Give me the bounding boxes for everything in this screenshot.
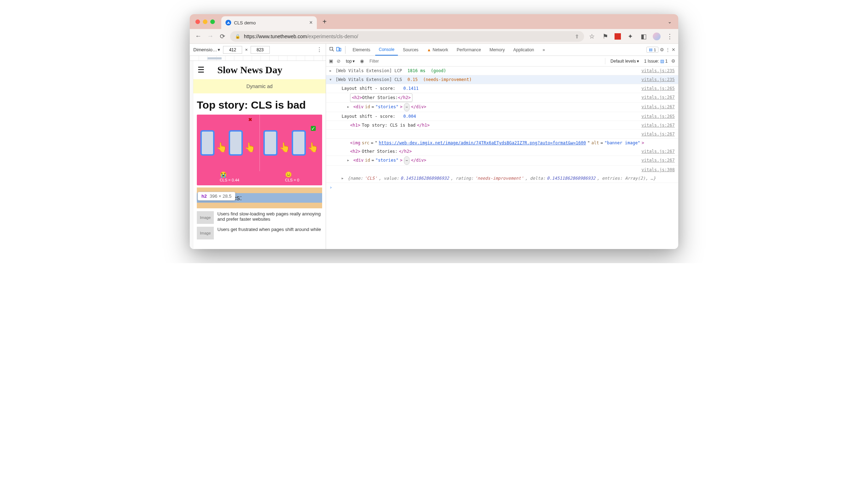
log-entry[interactable]: ▼[Web Vitals Extension] CLS 0.15 (needs-… [326, 75, 678, 84]
svg-rect-1 [337, 47, 339, 51]
lock-icon: 🔒 [235, 34, 240, 39]
source-link[interactable]: vitals.js:267 [639, 121, 675, 129]
svg-rect-2 [339, 48, 341, 51]
tab-close-icon[interactable]: × [309, 19, 313, 26]
log-entry[interactable]: <img src="https://web-dev.imgix.net/imag… [326, 139, 678, 147]
story-text: Users get frustrated when pages shift ar… [217, 227, 321, 239]
back-button[interactable]: ← [194, 32, 202, 41]
source-link[interactable]: vitals.js:235 [639, 67, 675, 75]
banner-right: 👆👆 ✓ [260, 115, 322, 171]
headline: Top story: CLS is bad [193, 93, 326, 115]
log-entry[interactable]: <h2>Other Stories:</h2> vitals.js:267 [326, 147, 678, 156]
log-entry[interactable]: ▶<div id="stories">⋯</div> vitals.js:267 [326, 103, 678, 112]
address-bar[interactable]: 🔒 https://www.tunetheweb.com/experiments… [230, 31, 584, 42]
source-link[interactable]: vitals.js:235 [639, 76, 675, 83]
source-link[interactable]: vitals.js:265 [639, 112, 675, 120]
tab-console[interactable]: Console [375, 44, 398, 56]
sidepanel-icon[interactable]: ◧ [639, 32, 648, 41]
tab-elements[interactable]: Elements [349, 44, 374, 56]
extension-icon[interactable] [615, 33, 621, 40]
console-settings-icon[interactable]: ⚙ [671, 58, 675, 64]
more-tabs-icon[interactable]: » [539, 44, 549, 56]
levels-selector[interactable]: Default levels ▾ [609, 58, 641, 64]
source-link[interactable]: vitals.js:308 [639, 166, 675, 174]
banner-left: 👆👆 ✖ [197, 115, 259, 171]
more-icon[interactable]: ⋮ [316, 46, 322, 53]
share-icon[interactable]: ⇪ [575, 34, 579, 39]
tab-sources[interactable]: Sources [399, 44, 422, 56]
star-icon[interactable]: ☆ [588, 32, 596, 41]
demo-page: ☰ Slow News Day Dynamic ad Top story: CL… [193, 61, 326, 239]
context-selector[interactable]: top ▾ [344, 58, 356, 64]
log-entry[interactable]: ▶[Web Vitals Extension] LCP 1816 ms (goo… [326, 66, 678, 75]
flag-icon[interactable]: ⚑ [601, 32, 610, 41]
source-link[interactable]: vitals.js:267 [639, 93, 675, 102]
devtools-tab-bar: Elements Console Sources ▲Network Perfor… [326, 44, 678, 56]
height-input[interactable] [251, 46, 270, 54]
times-label: × [245, 47, 248, 52]
toggle-sidebar-icon[interactable]: ▣ [329, 58, 333, 64]
story-item[interactable]: Image Users find slow-loading web pages … [197, 211, 322, 224]
log-entry[interactable]: ▶<div id="stories">⋯</div> vitals.js:267 [326, 156, 678, 166]
menu-icon[interactable]: ⋮ [666, 32, 674, 41]
story-item[interactable]: Image Users get frustrated when pages sh… [197, 227, 322, 239]
reload-button[interactable]: ⟳ [218, 32, 227, 41]
dimensions-dropdown[interactable]: Dimensio…▾ [193, 47, 220, 52]
log-entry[interactable]: Layout shift - score: 0.004 vitals.js:26… [326, 112, 678, 121]
source-link[interactable]: vitals.js:267 [639, 103, 675, 111]
clear-console-icon[interactable]: ⊘ [337, 58, 341, 64]
chevron-down-icon[interactable]: ⌄ [668, 19, 672, 24]
console-prompt[interactable]: › [326, 183, 678, 192]
cls-highlight [197, 203, 322, 208]
element-tooltip: h2 396 × 28.5 [198, 192, 235, 201]
filter-input[interactable] [367, 58, 601, 65]
device-viewport[interactable]: ☰ Slow News Day Dynamic ad Top story: CL… [193, 61, 326, 249]
device-toggle-icon[interactable] [336, 46, 342, 53]
profile-avatar[interactable] [653, 33, 661, 40]
close-devtools-icon[interactable]: ✕ [672, 47, 675, 52]
maximize-window-icon[interactable] [210, 19, 215, 24]
settings-icon[interactable]: ⚙ [660, 47, 664, 52]
source-link[interactable]: vitals.js:267 [639, 156, 675, 165]
window-controls [195, 19, 215, 24]
log-entry[interactable]: Layout shift - score: 0.1411 vitals.js:2… [326, 84, 678, 93]
width-input[interactable] [223, 46, 242, 54]
story-text: Users find slow-loading web pages really… [217, 211, 322, 224]
close-window-icon[interactable] [195, 19, 200, 24]
workspace: Dimensio…▾ × ⋮ ☰ Slow News Day Dynamic a… [190, 44, 678, 249]
browser-window: CLS demo × + ⌄ ← → ⟳ 🔒 https://www.tunet… [190, 14, 678, 249]
source-link[interactable]: vitals.js:267 [639, 130, 675, 138]
favicon-icon [225, 20, 231, 25]
new-tab-button[interactable]: + [322, 18, 327, 26]
tab-title: CLS demo [234, 20, 256, 25]
story-list: Image Users find slow-loading web pages … [193, 211, 326, 239]
site-title: Slow News Day [217, 64, 282, 76]
minimize-window-icon[interactable] [203, 19, 207, 24]
forward-button[interactable]: → [206, 32, 215, 41]
source-link[interactable]: vitals.js:265 [639, 85, 675, 92]
issues-link[interactable]: 1 Issue: ▤ 1 [644, 59, 668, 64]
puzzle-icon[interactable]: ✦ [626, 32, 634, 41]
log-entry[interactable]: ▶{name: 'CLS', value: 0.1451186286098693… [326, 174, 678, 183]
tab-strip: CLS demo × + ⌄ [190, 14, 678, 29]
inspect-icon[interactable] [329, 46, 335, 53]
log-entry[interactable]: vitals.js:267 [326, 130, 678, 139]
log-entry[interactable]: <h1>Top story: CLS is bad</h1> vitals.js… [326, 121, 678, 130]
tab-network[interactable]: ▲Network [423, 44, 452, 56]
console-output[interactable]: ▶[Web Vitals Extension] LCP 1816 ms (goo… [326, 66, 678, 249]
tab-memory[interactable]: Memory [486, 44, 508, 56]
ruler-vertical [190, 61, 193, 249]
log-entry[interactable]: vitals.js:308 [326, 166, 678, 174]
page-header: ☰ Slow News Day [193, 61, 326, 79]
kebab-icon[interactable]: ⋮ [666, 47, 670, 52]
browser-tab[interactable]: CLS demo × [221, 16, 317, 29]
device-panel: Dimensio…▾ × ⋮ ☰ Slow News Day Dynamic a… [190, 44, 326, 249]
source-link[interactable]: vitals.js:267 [639, 147, 675, 155]
log-entry[interactable]: <h2>Other Stories:</h2> vitals.js:267 [326, 93, 678, 103]
live-expr-icon[interactable]: ◉ [360, 58, 364, 64]
tab-application[interactable]: Application [510, 44, 538, 56]
tab-performance[interactable]: Performance [453, 44, 485, 56]
hamburger-icon[interactable]: ☰ [198, 65, 205, 75]
issues-chip[interactable]: ▤1 [646, 47, 658, 53]
ruler-horizontal [190, 56, 326, 61]
